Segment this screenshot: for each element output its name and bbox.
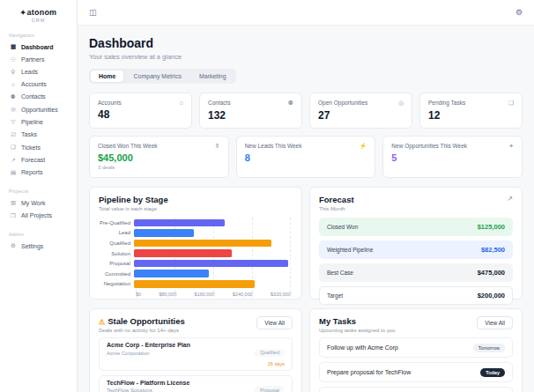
stat-value: 27 — [318, 109, 404, 122]
due-badge: Tomorrow — [473, 344, 505, 352]
bar-row: Negotiation — [99, 279, 293, 290]
sidebar-item[interactable]: ☑ Tasks — [9, 129, 68, 141]
task-row[interactable]: Schedule demo with Horizon Labs Feb 25 — [319, 387, 513, 392]
tab-bar: Home Company Metrics Marketing — [89, 69, 236, 84]
bar-track — [134, 240, 291, 248]
stat-label: Contacts — [208, 100, 231, 106]
opportunity-title: TechFlow - Platform License — [107, 380, 189, 386]
sidebar-item-label: Forecast — [21, 157, 45, 163]
view-all-opportunities-button[interactable]: View All — [256, 316, 293, 329]
due-badge: Today — [480, 368, 505, 377]
brand-subtitle: CRM — [0, 18, 77, 23]
sidebar-item[interactable]: ↗ Forecast — [9, 153, 68, 166]
weekly-value: 5 — [391, 152, 514, 163]
stale-opportunity-row[interactable]: Acme Corp - Enterprise Plan Acme Corpora… — [99, 337, 293, 371]
sidebar-item[interactable]: ▥ My Work — [9, 196, 68, 209]
sidebar-item-label: Tickets — [21, 144, 41, 151]
stat-label: Open Opportunities — [318, 100, 367, 106]
gear-icon[interactable]: ⚙ — [515, 8, 523, 17]
stat-value: 12 — [428, 109, 514, 122]
my-work-icon: ▥ — [10, 199, 17, 206]
trending-up-icon: ↗ — [507, 195, 513, 203]
tasks-title: My Tasks — [319, 316, 395, 326]
stat-label: Accounts — [98, 100, 122, 106]
main-area: ◫ ⚙ Dashboard Your sales overview at a g… — [78, 0, 534, 392]
sidebar-item[interactable]: ▤ Reports — [9, 166, 68, 179]
sidebar-item[interactable]: ❐ All Projects — [9, 210, 68, 222]
task-row[interactable]: Follow up with Acme Corp Tomorrow — [319, 337, 513, 358]
stage-label: Pre-Qualified — [99, 220, 134, 226]
bar-track — [134, 229, 291, 237]
stage-label: Negotiation — [99, 281, 134, 286]
pipeline-bar — [134, 219, 225, 227]
sidebar-item[interactable]: ▦ Dashboard — [9, 41, 68, 53]
opportunity-company: Acme Corporation — [107, 351, 190, 356]
sidebar-item-label: Dashboard — [21, 44, 54, 50]
stage-badge: Proposal — [255, 386, 285, 392]
nav-list: ▦ Dashboard ⚇ Partners ⚲ Leads ⌂ Account… — [9, 41, 68, 179]
stale-opportunity-row[interactable]: TechFlow - Platform License TechFlow Sol… — [99, 375, 293, 392]
tab[interactable]: Company Metrics — [125, 70, 189, 82]
opportunity-company: TechFlow Solutions — [107, 388, 189, 392]
sidebar-item-label: Settings — [21, 243, 43, 249]
stage-label: Lead — [99, 230, 134, 235]
sidebar-item[interactable]: ❏ Tickets — [9, 141, 68, 153]
sidebar-item[interactable]: ⚙ Settings — [9, 240, 68, 252]
bar-row: Pre-Qualified — [99, 218, 293, 228]
sidebar-item[interactable]: ⚲ Leads — [9, 66, 68, 78]
pipeline-bar — [134, 240, 271, 248]
view-all-tasks-button[interactable]: View All — [477, 316, 513, 329]
pipeline-icon: ▽ — [10, 118, 17, 125]
pipeline-bar — [134, 280, 255, 288]
warning-icon: ⚠ — [99, 318, 105, 326]
forecast-row: Target $200,000 — [319, 286, 513, 305]
sidebar-item-label: Tasks — [21, 131, 37, 137]
forecast-label: Weighted Pipeline — [327, 247, 373, 253]
forecast-row: Closed Won $125,000 — [319, 218, 513, 236]
stat-value: 48 — [98, 108, 183, 121]
weekly-row: Closed Won This Week ⚱ $45,000 3 deals N… — [89, 136, 523, 178]
pipeline-bar — [134, 260, 288, 268]
stale-title: Stale Opportunities — [108, 316, 185, 326]
task-row[interactable]: Prepare proposal for TechFlow Today — [319, 362, 513, 382]
sidebar-toggle-icon[interactable]: ◫ — [89, 8, 97, 17]
pipeline-subtitle: Total value in each stage — [99, 206, 293, 211]
sidebar-item[interactable]: ⚇ Partners — [9, 53, 68, 65]
opportunities-icon: ◎ — [10, 106, 17, 113]
forecast-subtitle: This Month — [319, 206, 354, 211]
trophy-icon: ⚱ — [215, 143, 220, 150]
topbar: ◫ ⚙ — [78, 0, 534, 26]
forecast-icon: ↗ — [10, 157, 17, 164]
weekly-card: Closed Won This Week ⚱ $45,000 3 deals — [89, 136, 229, 178]
sidebar-item[interactable]: ⚉ Contacts — [9, 91, 68, 103]
forecast-row: Best Case $475,000 — [319, 263, 513, 282]
sidebar-item-label: Pipeline — [21, 119, 43, 125]
bar-track — [134, 280, 291, 288]
stat-card: Pending Tasks ❏ 12 — [419, 92, 523, 129]
sidebar-item-label: Leads — [21, 69, 38, 75]
tab[interactable]: Marketing — [191, 70, 234, 82]
stat-card: Accounts ⌂ 48 — [89, 92, 192, 129]
forecast-value: $82,500 — [481, 246, 505, 254]
stat-card: Contacts ⚉ 132 — [199, 92, 302, 129]
reports-icon: ▤ — [10, 169, 17, 176]
sidebar-item[interactable]: ◎ Opportunities — [9, 103, 68, 115]
forecast-label: Target — [327, 292, 343, 299]
stat-value: 132 — [208, 109, 293, 122]
weekly-sub: 3 deals — [98, 165, 220, 171]
stale-days: 26 days — [255, 361, 285, 366]
forecast-rows: Closed Won $125,000 Weighted Pipeline $8… — [319, 218, 513, 305]
brand-logo: ✦atonom CRM — [0, 8, 77, 23]
stale-list: Acme Corp - Enterprise Plan Acme Corpora… — [99, 337, 293, 392]
leads-icon: ⚲ — [10, 69, 17, 76]
lightning-icon: ⚡ — [360, 143, 367, 150]
sidebar-item[interactable]: ⌂ Accounts — [9, 78, 68, 90]
all-projects-icon: ❐ — [10, 212, 17, 219]
logo-icon: ✦ — [20, 9, 26, 17]
weekly-sub — [245, 165, 367, 171]
sidebar-item[interactable]: ▽ Pipeline — [9, 115, 68, 128]
forecast-value: $475,000 — [478, 269, 505, 277]
task-list: Follow up with Acme Corp Tomorrow Prepar… — [319, 337, 513, 392]
building-icon: ⌂ — [180, 100, 183, 106]
tab[interactable]: Home — [91, 70, 123, 82]
